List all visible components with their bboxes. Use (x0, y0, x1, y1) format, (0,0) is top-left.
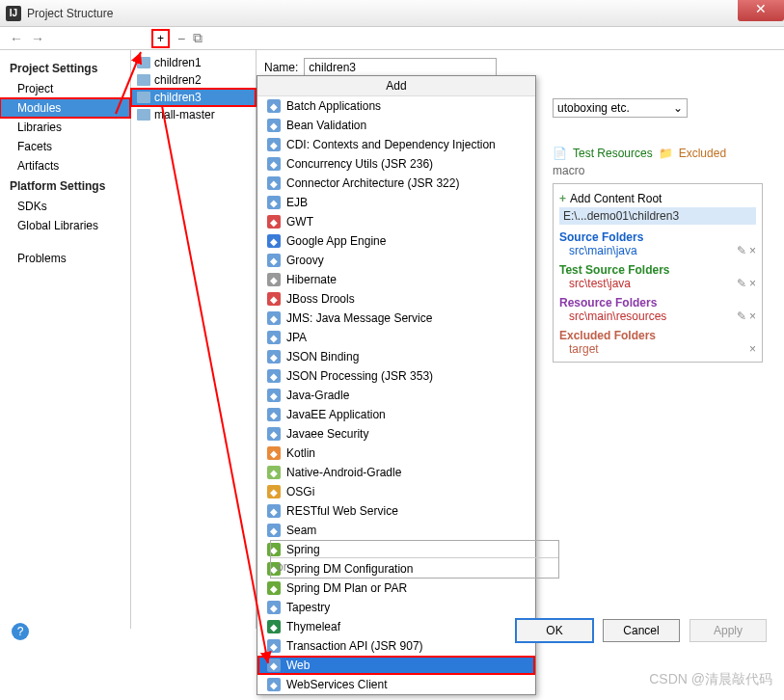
remove-button[interactable]: − (177, 31, 185, 46)
popup-item[interactable]: ◆Java-Gradle (257, 386, 535, 405)
module-item-selected[interactable]: children3 (131, 89, 256, 106)
popup-item[interactable]: ◆Concurrency Utils (JSR 236) (257, 154, 535, 174)
sidebar-item-sdks[interactable]: SDKs (0, 197, 130, 216)
module-label: children3 (154, 91, 202, 104)
popup-item-label: Transaction API (JSR 907) (286, 639, 423, 653)
close-button[interactable]: ✕ (738, 0, 784, 21)
popup-item[interactable]: ◆Google App Engine (257, 231, 535, 251)
module-item[interactable]: children1 (131, 54, 256, 71)
popup-item-label: Hibernate (286, 273, 337, 286)
popup-title: Add (257, 76, 535, 96)
folder-path: target (569, 342, 599, 356)
popup-item[interactable]: ◆Javaee Security (257, 424, 535, 444)
popup-item[interactable]: ◆OSGi (257, 482, 535, 501)
forward-icon[interactable]: → (31, 31, 44, 46)
popup-item[interactable]: ◆Native-Android-Gradle (257, 463, 535, 482)
module-item[interactable]: children2 (131, 71, 256, 89)
folder-icon (137, 57, 150, 68)
cancel-button[interactable]: Cancel (603, 619, 680, 642)
popup-item-label: RESTful Web Service (286, 504, 398, 518)
framework-icon: ◆ (267, 524, 281, 537)
popup-item-label: JMS: Java Message Service (286, 311, 432, 325)
popup-item[interactable]: ◆CDI: Contexts and Dependency Injection (257, 135, 535, 154)
popup-item[interactable]: ◆Connector Architecture (JSR 322) (257, 174, 535, 193)
sidebar-item-modules[interactable]: Modules (0, 98, 130, 118)
edit-icon[interactable]: ✎ × (737, 277, 756, 290)
popup-item[interactable]: ◆JavaEE Application (257, 405, 535, 424)
add-content-root[interactable]: Add Content Root (570, 192, 662, 205)
popup-item[interactable]: ◆Web (257, 656, 535, 675)
module-label: children1 (154, 56, 202, 69)
popup-item[interactable]: ◆Groovy (257, 251, 535, 270)
popup-item-label: Spring DM Plan or PAR (286, 581, 407, 595)
popup-item-label: Batch Applications (286, 99, 381, 113)
source-folders-heading: Source Folders (559, 230, 756, 244)
framework-icon: ◆ (267, 369, 281, 383)
module-label: mall-master (154, 108, 215, 121)
sidebar-item-libraries[interactable]: Libraries (0, 118, 130, 137)
watermark: CSDN @清晨敲代码 (649, 671, 772, 688)
popup-item[interactable]: ◆JBoss Drools (257, 289, 535, 309)
sidebar-item-global-libraries[interactable]: Global Libraries (0, 216, 130, 235)
test-resources-label[interactable]: Test Resources (573, 147, 653, 160)
back-icon[interactable]: ← (10, 31, 23, 46)
popup-item[interactable]: ◆Batch Applications (257, 96, 535, 116)
popup-item[interactable]: ◆JSON Processing (JSR 353) (257, 366, 535, 386)
language-combo[interactable]: utoboxing etc.⌄ (553, 98, 688, 118)
sidebar-item-problems[interactable]: Problems (0, 249, 130, 268)
popup-item-label: JSON Binding (286, 350, 359, 363)
copy-icon[interactable]: ⧉ (193, 30, 203, 46)
excluded-label[interactable]: Excluded (679, 147, 726, 160)
popup-item-label: WebServices Client (286, 678, 387, 691)
popup-item[interactable]: ◆JMS: Java Message Service (257, 309, 535, 328)
chevron-down-icon: ⌄ (673, 101, 683, 115)
popup-item[interactable]: ◆WebServices Client (257, 675, 535, 694)
popup-item[interactable]: ◆Kotlin (257, 444, 535, 463)
popup-item-label: Connector Architecture (JSR 322) (286, 176, 459, 190)
dialog-buttons: OK Cancel Apply (516, 619, 767, 642)
popup-item[interactable]: ◆Thymeleaf (257, 617, 535, 636)
toolbar: ← → + − ⧉ (0, 27, 784, 50)
popup-item[interactable]: ◆Tapestry (257, 598, 535, 617)
plus-icon[interactable]: + (559, 192, 566, 205)
framework-icon: ◆ (267, 446, 281, 460)
add-module-button[interactable]: + (151, 29, 170, 48)
root-path[interactable]: E:\...demo01\children3 (559, 207, 756, 225)
excluded-folders-heading: Excluded Folders (559, 329, 756, 342)
resource-folder-item[interactable]: src\main\resources✎ × (559, 310, 756, 323)
module-item[interactable]: mall-master (131, 106, 256, 123)
name-input[interactable] (304, 58, 497, 77)
titlebar: IJ Project Structure (0, 0, 784, 27)
sidebar-item-facets[interactable]: Facets (0, 137, 130, 156)
modules-list: children1 children2 children3 mall-maste… (131, 50, 257, 629)
edit-icon[interactable]: ✎ × (737, 310, 756, 323)
help-icon[interactable]: ? (12, 623, 29, 640)
popup-item[interactable]: ◆JPA (257, 328, 535, 347)
sidebar-item-artifacts[interactable]: Artifacts (0, 156, 130, 175)
popup-item[interactable]: ◆EJB (257, 193, 535, 212)
popup-item[interactable]: ◆Seam (257, 521, 535, 540)
popup-item[interactable]: ◆Spring DM Plan or PAR (257, 579, 535, 598)
ok-button[interactable]: OK (516, 619, 593, 642)
framework-icon: ◆ (267, 292, 281, 306)
source-folder-item[interactable]: src\main\java✎ × (559, 244, 756, 257)
popup-item[interactable]: ◆Hibernate (257, 270, 535, 289)
excluded-icon: 📁 (659, 147, 673, 160)
folder-icon (137, 92, 150, 103)
edit-icon[interactable]: ✎ × (737, 244, 756, 257)
resource-folders-heading: Resource Folders (559, 296, 756, 310)
popup-item-label: JBoss Drools (286, 292, 355, 306)
popup-item[interactable]: ◆Bean Validation (257, 116, 535, 135)
popup-item[interactable]: ◆RESTful Web Service (257, 501, 535, 521)
popup-item[interactable]: ◆JSON Binding (257, 347, 535, 366)
framework-icon: ◆ (267, 157, 281, 171)
excluded-folder-item[interactable]: target× (559, 342, 756, 356)
popup-item-label: Tapestry (286, 601, 330, 614)
test-resources-icon: 📄 (553, 147, 567, 160)
popup-item[interactable]: ◆Transaction API (JSR 907) (257, 636, 535, 656)
apply-button[interactable]: Apply (689, 619, 767, 642)
test-folder-item[interactable]: src\test\java✎ × (559, 277, 756, 290)
popup-item[interactable]: ◆GWT (257, 212, 535, 231)
close-icon[interactable]: × (749, 342, 756, 356)
sidebar-item-project[interactable]: Project (0, 79, 130, 98)
